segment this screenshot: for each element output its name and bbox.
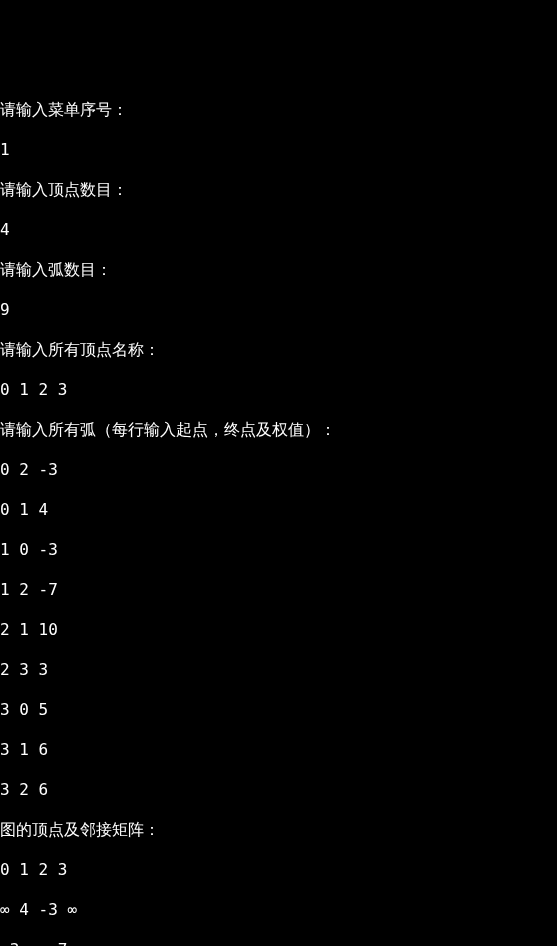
terminal-output: 请输入菜单序号： 1 请输入顶点数目： 4 请输入弧数目： 9 请输入所有顶点名… — [0, 80, 557, 946]
arc-row: 3 2 6 — [0, 780, 557, 800]
prompt-menu-number: 请输入菜单序号： — [0, 100, 557, 120]
arc-row: 0 1 4 — [0, 500, 557, 520]
matrix-row: ∞ 4 -3 ∞ — [0, 900, 557, 920]
arc-row: 3 1 6 — [0, 740, 557, 760]
arc-row: 0 2 -3 — [0, 460, 557, 480]
matrix-header: 图的顶点及邻接矩阵： — [0, 820, 557, 840]
prompt-arcs: 请输入所有弧（每行输入起点，终点及权值）： — [0, 420, 557, 440]
prompt-vertex-names: 请输入所有顶点名称： — [0, 340, 557, 360]
arc-row: 2 1 10 — [0, 620, 557, 640]
input-vertex-names: 0 1 2 3 — [0, 380, 557, 400]
arc-row: 1 2 -7 — [0, 580, 557, 600]
prompt-arc-count: 请输入弧数目： — [0, 260, 557, 280]
prompt-vertex-count: 请输入顶点数目： — [0, 180, 557, 200]
input-menu-number: 1 — [0, 140, 557, 160]
arc-row: 2 3 3 — [0, 660, 557, 680]
input-vertex-count: 4 — [0, 220, 557, 240]
matrix-vertices: 0 1 2 3 — [0, 860, 557, 880]
matrix-row: -3 ∞ -7 ∞ — [0, 940, 557, 946]
arc-row: 1 0 -3 — [0, 540, 557, 560]
input-arc-count: 9 — [0, 300, 557, 320]
arc-row: 3 0 5 — [0, 700, 557, 720]
